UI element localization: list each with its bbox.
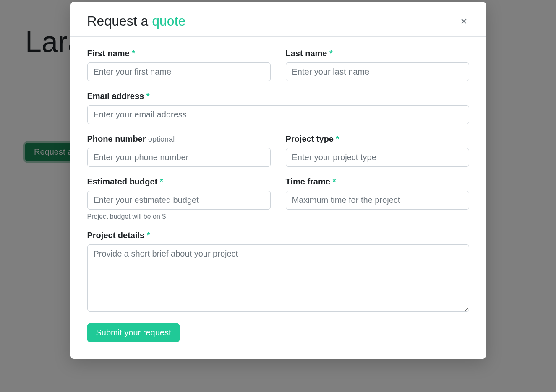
modal-header: Request a quote × — [70, 2, 486, 37]
budget-label: Estimated budget * — [87, 177, 271, 187]
email-input[interactable] — [87, 105, 469, 124]
timeframe-input[interactable] — [286, 191, 469, 210]
details-textarea[interactable] — [87, 244, 469, 312]
budget-hint: Project budget will be on $ — [87, 213, 271, 221]
email-label: Email address * — [87, 91, 469, 101]
details-label: Project details * — [87, 231, 469, 240]
modal-title: Request a quote — [87, 13, 186, 29]
timeframe-label: Time frame * — [286, 177, 469, 187]
phone-label: Phone number optional — [87, 134, 271, 144]
phone-input[interactable] — [87, 148, 271, 167]
project-type-label: Project type * — [286, 134, 469, 144]
close-icon[interactable]: × — [459, 16, 469, 27]
budget-input[interactable] — [87, 191, 271, 210]
request-quote-modal: Request a quote × First name * Last name… — [70, 2, 486, 359]
last-name-input[interactable] — [286, 62, 469, 81]
first-name-label: First name * — [87, 49, 271, 58]
submit-button[interactable]: Submit your request — [87, 323, 180, 342]
first-name-input[interactable] — [87, 62, 271, 81]
modal-body: First name * Last name * Email address * — [70, 37, 486, 359]
last-name-label: Last name * — [286, 49, 469, 58]
project-type-input[interactable] — [286, 148, 469, 167]
